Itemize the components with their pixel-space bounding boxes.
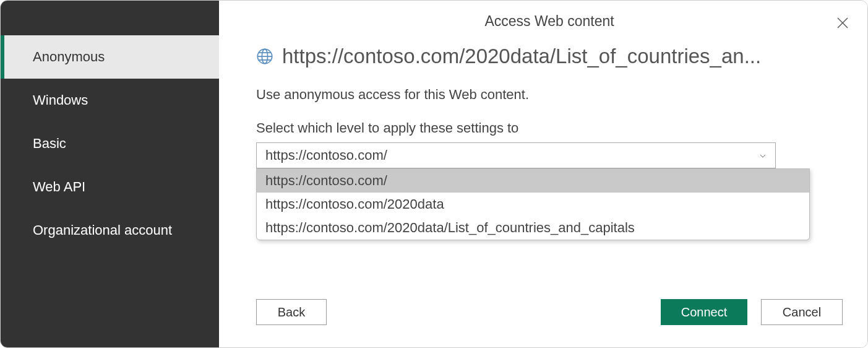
- dropdown-option-label: https://contoso.com/: [265, 173, 387, 188]
- sidebar-item-label: Windows: [33, 92, 88, 108]
- sidebar-item-basic[interactable]: Basic: [1, 122, 219, 165]
- sidebar-item-label: Anonymous: [33, 49, 105, 64]
- dropdown-selected-value: https://contoso.com/: [265, 147, 387, 163]
- back-button[interactable]: Back: [256, 299, 327, 325]
- url-text: https://contoso.com/2020data/List_of_cou…: [282, 45, 761, 68]
- close-icon: [835, 22, 850, 32]
- connect-button[interactable]: Connect: [661, 299, 747, 325]
- globe-icon: [256, 48, 273, 65]
- button-row: Back Connect Cancel: [256, 299, 843, 325]
- close-button[interactable]: [835, 15, 850, 33]
- cancel-button[interactable]: Cancel: [761, 299, 843, 325]
- sidebar-item-organizational-account[interactable]: Organizational account: [1, 209, 219, 252]
- dropdown-option-label: https://contoso.com/2020data: [265, 196, 444, 212]
- dialog-title: Access Web content: [256, 13, 843, 30]
- level-label: Select which level to apply these settin…: [256, 120, 843, 136]
- dropdown-option[interactable]: https://contoso.com/2020data: [257, 193, 809, 216]
- sidebar-item-label: Basic: [33, 136, 66, 151]
- sidebar-item-windows[interactable]: Windows: [1, 79, 219, 122]
- level-dropdown[interactable]: https://contoso.com/: [256, 142, 776, 168]
- sidebar-item-web-api[interactable]: Web API: [1, 165, 219, 209]
- access-web-content-dialog: Anonymous Windows Basic Web API Organiza…: [0, 0, 868, 348]
- level-dropdown-list: https://contoso.com/ https://contoso.com…: [256, 168, 810, 240]
- description-text: Use anonymous access for this Web conten…: [256, 87, 843, 103]
- url-row: https://contoso.com/2020data/List_of_cou…: [256, 45, 843, 68]
- sidebar-item-anonymous[interactable]: Anonymous: [1, 35, 219, 79]
- auth-method-sidebar: Anonymous Windows Basic Web API Organiza…: [1, 1, 219, 347]
- sidebar-item-label: Organizational account: [33, 222, 172, 238]
- chevron-down-icon: [759, 147, 767, 163]
- dropdown-option[interactable]: https://contoso.com/: [257, 169, 809, 193]
- dropdown-option[interactable]: https://contoso.com/2020data/List_of_cou…: [257, 216, 809, 240]
- dropdown-option-label: https://contoso.com/2020data/List_of_cou…: [265, 220, 635, 235]
- main-panel: Access Web content https://contoso.com/2…: [219, 1, 867, 347]
- level-dropdown-wrap: https://contoso.com/ https://contoso.com…: [256, 142, 776, 168]
- sidebar-item-label: Web API: [33, 179, 85, 194]
